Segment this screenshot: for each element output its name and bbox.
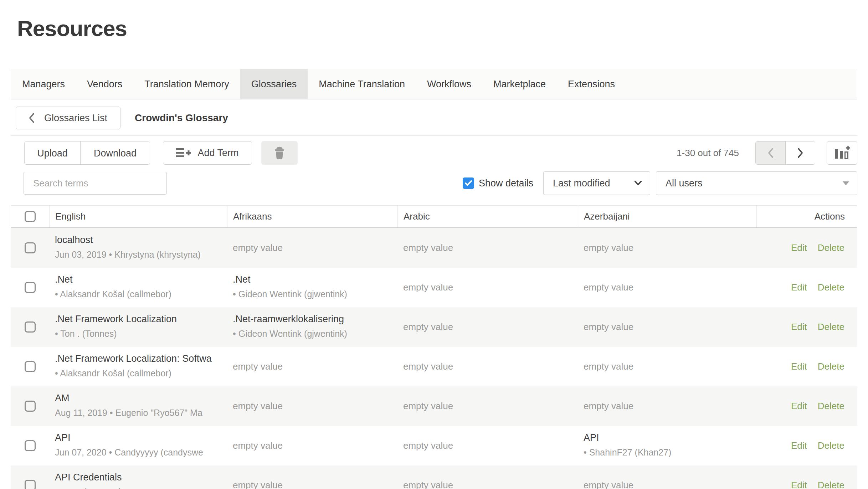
checkmark-icon (465, 180, 472, 186)
show-details-checkbox[interactable] (463, 177, 474, 189)
delete-link[interactable]: Delete (818, 321, 844, 333)
back-button-label: Glossaries List (44, 113, 107, 124)
edit-link[interactable]: Edit (791, 321, 807, 333)
manage-columns-button[interactable] (827, 141, 857, 165)
term-text: .Net Framework Localization: Softwa (55, 353, 221, 364)
term-text: localhost (55, 234, 221, 246)
cell-actions: Edit Delete (756, 307, 857, 347)
select-all-checkbox[interactable] (25, 211, 36, 222)
edit-link[interactable]: Edit (791, 242, 807, 253)
users-select-value: All users (666, 178, 703, 189)
edit-link[interactable]: Edit (791, 282, 807, 293)
term-meta: Jun 07, 2020 • Candyyyyy (candyswe (55, 447, 221, 458)
term-text: API (584, 432, 751, 443)
cell-arabic: empty value (397, 268, 578, 307)
cell-azerbaijani: API • ShahinF27 (Khan27) (578, 426, 756, 465)
cell-english: API Jun 07, 2020 • Candyyyyy (candyswe (49, 426, 227, 465)
sort-select[interactable]: Last modified (543, 171, 650, 195)
tab-glossaries[interactable]: Glossaries (240, 69, 308, 99)
cell-actions: Edit Delete (756, 465, 857, 489)
tab-vendors[interactable]: Vendors (76, 69, 133, 99)
cell-arabic: empty value (397, 426, 578, 465)
cell-arabic: empty value (397, 307, 578, 347)
download-button[interactable]: Download (80, 141, 150, 165)
row-checkbox[interactable] (25, 242, 36, 253)
term-text: .Net-raamwerklokalisering (233, 313, 392, 325)
row-checkbox[interactable] (25, 361, 36, 372)
term-meta: • Gideon Wentink (gjwentink) (233, 289, 392, 299)
delete-link[interactable]: Delete (818, 440, 844, 451)
delete-link[interactable]: Delete (818, 480, 844, 489)
cell-actions: Edit Delete (756, 228, 857, 268)
header-actions: Actions (757, 206, 858, 227)
manage-columns-icon (833, 145, 851, 161)
tab-extensions[interactable]: Extensions (557, 69, 626, 99)
add-term-button[interactable]: Add Term (163, 141, 252, 165)
edit-link[interactable]: Edit (791, 440, 807, 451)
header-arabic: Arabic (398, 206, 578, 227)
tab-machine-translation[interactable]: Machine Translation (308, 69, 416, 99)
cell-arabic: empty value (397, 386, 578, 426)
term-meta: • ShahinF27 (Khan27) (584, 447, 751, 458)
upload-download-group: Upload Download (24, 141, 150, 165)
table-row: .Net Framework Localization: Softwa • Al… (11, 347, 857, 386)
header-english: English (50, 206, 227, 227)
chevron-left-icon (767, 147, 774, 159)
delete-link[interactable]: Delete (818, 242, 844, 253)
table-row: AM Aug 11, 2019 • Eugenio "Ryo567" Ma em… (11, 386, 857, 426)
tab-translation-memory[interactable]: Translation Memory (133, 69, 240, 99)
next-page-button[interactable] (785, 141, 815, 164)
cell-arabic: empty value (397, 228, 578, 268)
search-input[interactable] (24, 172, 167, 195)
glossary-table: English Afrikaans Arabic Azerbaijani Act… (11, 205, 857, 489)
cell-azerbaijani: empty value (578, 386, 756, 426)
cell-afrikaans: empty value (227, 426, 397, 465)
row-checkbox[interactable] (25, 440, 36, 451)
glossaries-list-back-button[interactable]: Glossaries List (16, 107, 120, 129)
row-checkbox[interactable] (25, 480, 36, 489)
page-title: Resources (17, 16, 857, 41)
row-checkbox[interactable] (25, 321, 36, 333)
upload-button[interactable]: Upload (25, 141, 80, 165)
cell-english: .Net Framework Localization: Softwa • Al… (49, 347, 227, 386)
tab-workflows[interactable]: Workflows (416, 69, 482, 99)
cell-afrikaans: empty value (227, 386, 397, 426)
cell-afrikaans: empty value (227, 228, 397, 268)
delete-selected-button[interactable] (261, 141, 298, 165)
term-meta: • Alaksandr Košal (callmebor) (55, 289, 221, 299)
pagination-info: 1-30 out of 745 (677, 148, 739, 159)
users-select[interactable]: All users (656, 171, 857, 195)
term-meta: • powerburner-nl (55, 487, 221, 489)
term-text: .Net (55, 274, 221, 285)
edit-link[interactable]: Edit (791, 361, 807, 372)
delete-link[interactable]: Delete (818, 361, 844, 372)
table-header: English Afrikaans Arabic Azerbaijani Act… (11, 205, 857, 228)
edit-link[interactable]: Edit (791, 401, 807, 412)
header-checkbox-cell (11, 206, 50, 227)
delete-link[interactable]: Delete (818, 401, 844, 412)
term-text: .Net Framework Localization (55, 313, 221, 325)
tab-marketplace[interactable]: Marketplace (482, 69, 557, 99)
cell-azerbaijani: empty value (578, 228, 756, 268)
delete-link[interactable]: Delete (818, 282, 844, 293)
chevron-left-icon (29, 113, 35, 123)
row-checkbox[interactable] (25, 282, 36, 293)
term-meta: Jun 03, 2019 • Khrystyna (khrystyna) (55, 249, 221, 260)
tab-managers[interactable]: Managers (11, 69, 76, 99)
header-afrikaans: Afrikaans (227, 206, 398, 227)
prev-page-button[interactable] (756, 141, 785, 164)
cell-actions: Edit Delete (756, 268, 857, 307)
header-azerbaijani: Azerbaijani (578, 206, 757, 227)
resources-page: Resources Managers Vendors Translation M… (0, 16, 868, 489)
term-meta: Aug 11, 2019 • Eugenio "Ryo567" Ma (55, 407, 221, 418)
term-meta: • Ton . (Tonnes) (55, 328, 221, 339)
cell-arabic: empty value (397, 347, 578, 386)
edit-link[interactable]: Edit (791, 480, 807, 489)
cell-azerbaijani: empty value (578, 347, 756, 386)
cell-arabic: empty value (397, 465, 578, 489)
table-row: .Net • Alaksandr Košal (callmebor) .Net … (11, 268, 857, 307)
term-text: .Net (233, 274, 392, 285)
section-divider (11, 135, 857, 136)
term-meta: • Alaksandr Košal (callmebor) (55, 368, 221, 379)
row-checkbox[interactable] (25, 401, 36, 412)
